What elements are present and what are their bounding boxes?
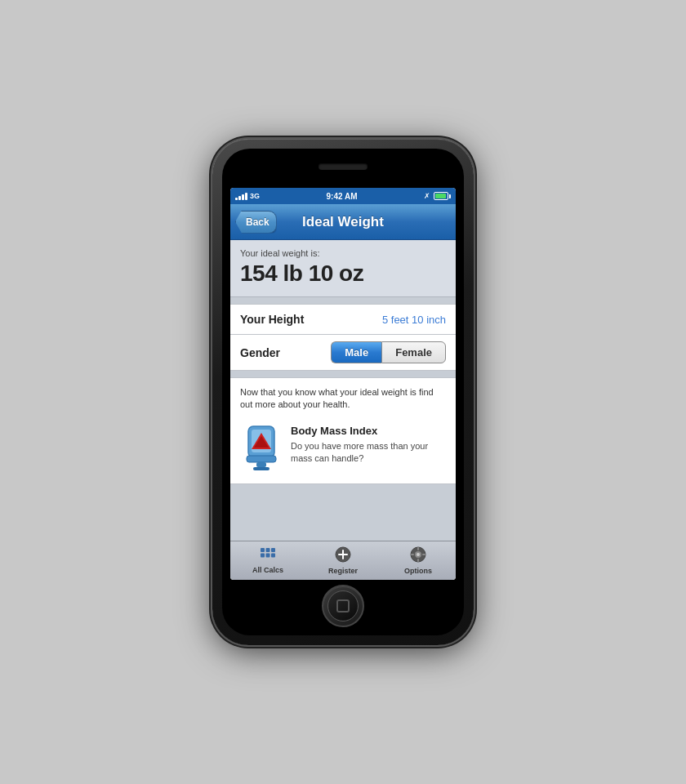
- svg-rect-11: [266, 554, 270, 558]
- phone-reflection: [249, 657, 437, 671]
- gender-male-button[interactable]: Male: [331, 341, 381, 363]
- all-calcs-icon: [260, 547, 276, 564]
- tab-options[interactable]: Options: [381, 541, 456, 580]
- status-time: 9:42 AM: [327, 192, 358, 201]
- phone-frame: 3G 9:42 AM ✗ Back Ideal Weight: [212, 139, 474, 645]
- svg-rect-22: [422, 554, 425, 555]
- tab-bar: All Calcs Register: [230, 541, 456, 580]
- height-label: Your Height: [240, 313, 304, 326]
- signal-bar-2: [238, 196, 241, 200]
- battery-body: [434, 192, 448, 200]
- nav-title: Ideal Weight: [302, 214, 384, 230]
- status-left: 3G: [235, 192, 260, 200]
- phone-body: 3G 9:42 AM ✗ Back Ideal Weight: [222, 149, 464, 635]
- battery-indicator: [434, 192, 451, 200]
- gender-label: Gender: [240, 346, 280, 359]
- svg-rect-7: [261, 548, 265, 552]
- gender-toggle: Male Female: [331, 341, 446, 363]
- svg-rect-12: [271, 554, 275, 558]
- bmi-text: Body Mass Index Do you have more mass th…: [291, 425, 446, 466]
- options-icon: [410, 546, 426, 565]
- battery-fill: [435, 194, 446, 198]
- tab-all-calcs[interactable]: All Calcs: [230, 541, 305, 580]
- svg-rect-4: [247, 456, 276, 462]
- speaker: [318, 163, 368, 170]
- back-button[interactable]: Back: [235, 211, 277, 234]
- content-area: Your ideal weight is: 154 lb 10 oz Your …: [230, 240, 456, 541]
- tab-options-label: Options: [404, 567, 432, 575]
- bmi-description: Do you have more mass than your mass can…: [291, 440, 446, 466]
- svg-rect-10: [261, 554, 265, 558]
- screen: 3G 9:42 AM ✗ Back Ideal Weight: [230, 188, 456, 580]
- network-label: 3G: [250, 192, 260, 200]
- svg-rect-6: [253, 467, 270, 470]
- height-row[interactable]: Your Height 5 feet 10 inch: [230, 304, 456, 335]
- svg-rect-20: [417, 559, 419, 562]
- weight-result-label: Your ideal weight is:: [240, 248, 446, 258]
- status-bar: 3G 9:42 AM ✗: [230, 188, 456, 204]
- bmi-title: Body Mass Index: [291, 425, 446, 437]
- svg-rect-8: [266, 548, 270, 552]
- home-button[interactable]: [322, 585, 364, 627]
- weight-result-section: Your ideal weight is: 154 lb 10 oz: [230, 240, 456, 297]
- height-value: 5 feet 10 inch: [382, 314, 446, 326]
- register-icon: [335, 546, 351, 565]
- battery-tip: [449, 194, 451, 198]
- signal-bar-1: [235, 198, 238, 200]
- info-section: Now that you know what your ideal weight…: [230, 377, 456, 484]
- nav-bar: Back Ideal Weight: [230, 204, 456, 240]
- svg-rect-19: [417, 547, 419, 550]
- svg-rect-15: [338, 554, 348, 555]
- svg-rect-5: [256, 462, 266, 467]
- bmi-icon: [240, 425, 283, 472]
- info-text: Now that you know what your ideal weight…: [240, 386, 446, 412]
- tab-all-calcs-label: All Calcs: [252, 566, 283, 574]
- status-right: ✗: [424, 192, 451, 200]
- gender-row: Gender Male Female: [230, 335, 456, 371]
- bluetooth-icon: ✗: [424, 192, 430, 200]
- tab-register[interactable]: Register: [305, 541, 381, 580]
- svg-rect-21: [411, 554, 414, 555]
- tab-register-label: Register: [328, 567, 358, 575]
- signal-bar-4: [245, 193, 247, 200]
- weight-result-value: 154 lb 10 oz: [240, 261, 446, 287]
- signal-bar-3: [242, 194, 244, 200]
- bmi-card[interactable]: Body Mass Index Do you have more mass th…: [240, 420, 446, 475]
- svg-rect-9: [271, 548, 275, 552]
- signal-bars: [235, 192, 247, 200]
- gender-female-button[interactable]: Female: [381, 341, 446, 363]
- svg-point-18: [416, 553, 420, 556]
